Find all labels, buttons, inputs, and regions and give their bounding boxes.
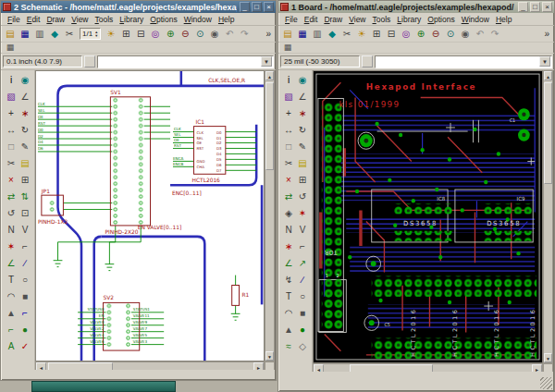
wire-icon[interactable]: ∕ — [18, 255, 32, 272]
pinswap-icon[interactable]: ⇄ — [5, 189, 18, 205]
print-icon[interactable]: ▥ — [310, 27, 325, 41]
ripup-icon[interactable]: ↯ — [282, 272, 296, 288]
text-icon[interactable]: T — [5, 272, 18, 288]
move-icon[interactable]: + — [282, 105, 296, 122]
circle-icon[interactable]: ○ — [18, 272, 32, 288]
zoom-out-icon[interactable]: ⊖ — [178, 27, 192, 41]
lamp-icon[interactable]: ☀ — [104, 27, 118, 41]
menu-item[interactable]: Draw — [43, 14, 68, 25]
ratio-select[interactable]: 1/1 ▲▼ — [80, 28, 101, 40]
polygon-icon[interactable]: ▲ — [5, 305, 18, 322]
display-icon[interactable]: ▧ — [282, 89, 296, 105]
polygon-icon[interactable]: ▲ — [282, 322, 296, 338]
info-icon[interactable]: i — [5, 72, 18, 89]
change-icon[interactable]: ✎ — [18, 139, 32, 155]
display-icon[interactable]: ▧ — [5, 89, 18, 105]
maximize-button[interactable]: □ — [252, 2, 262, 12]
smash-icon[interactable]: ✶ — [5, 239, 18, 255]
value-icon[interactable]: V — [296, 222, 310, 239]
dropdown-arrow-icon[interactable]: ▼ — [539, 56, 550, 67]
paste-icon[interactable]: ▤ — [296, 155, 310, 172]
move-icon[interactable]: + — [5, 105, 18, 122]
info-icon[interactable]: i — [282, 72, 296, 89]
drop-icon[interactable]: ✂ — [62, 27, 77, 41]
menu-item[interactable]: Window — [181, 14, 215, 25]
menu-item[interactable]: Help — [493, 14, 514, 25]
titlebar[interactable]: 1 Board - /home/matt/.eagle/projects/exa… — [278, 1, 554, 13]
paste-icon[interactable]: ▤ — [18, 155, 32, 172]
scroll-up-icon[interactable]: ▲ — [265, 71, 274, 80]
miter-icon[interactable]: ⌐ — [296, 239, 310, 255]
copy-icon[interactable]: ∗ — [296, 105, 310, 122]
ratsnest-icon[interactable]: ∗ — [282, 239, 296, 255]
replace-icon[interactable]: ↺ — [5, 205, 18, 222]
minimize-button[interactable]: _ — [240, 2, 250, 12]
dropdown-arrow-icon[interactable]: ▼ — [261, 56, 272, 67]
command-input[interactable]: ▼ — [97, 55, 274, 68]
close-button[interactable]: × — [264, 2, 274, 12]
route-icon[interactable]: ↗ — [296, 255, 310, 272]
gateswap-icon[interactable]: ⇅ — [18, 189, 32, 205]
menu-item[interactable]: Tools — [370, 14, 394, 25]
undo-icon[interactable]: ↶ — [222, 27, 237, 41]
replace-icon[interactable]: ↺ — [296, 189, 310, 205]
erc-icon[interactable]: ✓ — [18, 338, 32, 355]
name-icon[interactable]: N — [282, 222, 296, 239]
zoom-fit-icon[interactable]: ◎ — [399, 27, 413, 41]
invoke-icon[interactable]: ⊡ — [18, 205, 32, 222]
menu-item[interactable]: View — [68, 14, 91, 25]
delete-icon[interactable]: × — [282, 172, 296, 189]
menu-item[interactable]: File — [282, 14, 301, 25]
rotate-icon[interactable]: ↻ — [18, 122, 32, 139]
signal-icon[interactable]: ≈ — [282, 338, 296, 355]
zoom-select-icon[interactable]: ◉ — [458, 27, 473, 41]
show-icon[interactable]: ◉ — [296, 72, 310, 89]
menu-item[interactable]: Edit — [24, 14, 43, 25]
minimize-button[interactable]: _ — [518, 2, 528, 12]
vertical-scrollbar[interactable]: ▲ ▼ — [265, 70, 275, 361]
undo-icon[interactable]: ↶ — [473, 27, 487, 41]
menu-item[interactable]: View — [346, 14, 368, 25]
arc-icon[interactable]: ◠ — [282, 305, 296, 322]
menu-item[interactable]: Tools — [92, 14, 117, 25]
zoom-select-icon[interactable]: ◉ — [207, 27, 222, 41]
open-schematic-icon[interactable]: ⊟ — [133, 27, 148, 41]
menu-item[interactable]: File — [5, 14, 23, 25]
delete-icon[interactable]: × — [5, 172, 18, 189]
smash-icon[interactable]: ✶ — [296, 205, 310, 222]
open-icon[interactable]: ▤ — [280, 27, 295, 41]
redo-icon[interactable]: ↷ — [487, 27, 502, 41]
maximize-button[interactable]: □ — [530, 2, 540, 12]
open-schematic-icon[interactable]: ⊟ — [384, 27, 399, 41]
group-icon[interactable]: □ — [5, 139, 18, 155]
vertical-scrollbar[interactable]: ▲ ▼ — [543, 70, 553, 363]
wire-icon[interactable]: ∕ — [296, 272, 310, 288]
close-button[interactable]: × — [542, 2, 552, 12]
board-canvas[interactable]: Hexapod Interface kls 01/1999 DS3658 DS3… — [313, 70, 543, 363]
lamp-icon[interactable]: ☀ — [354, 27, 369, 41]
redo-icon[interactable]: ↷ — [237, 27, 252, 41]
value-icon[interactable]: V — [18, 222, 32, 239]
zoom-redraw-icon[interactable]: ⊙ — [192, 27, 207, 41]
mark-icon[interactable]: ∠ — [296, 89, 310, 105]
menu-item[interactable]: Window — [459, 14, 492, 25]
menu-item[interactable]: Help — [216, 14, 237, 25]
print-icon[interactable]: ▥ — [32, 27, 47, 41]
scroll-up-icon[interactable]: ▲ — [544, 71, 552, 80]
save-icon[interactable]: ▦ — [295, 27, 310, 41]
menu-item[interactable]: Edit — [302, 14, 321, 25]
pinswap-icon[interactable]: ⇄ — [282, 189, 296, 205]
scroll-down-icon[interactable]: ▼ — [265, 351, 274, 361]
hole-icon[interactable]: ◇ — [296, 338, 310, 355]
open-board-icon[interactable]: ⊞ — [369, 27, 384, 41]
menu-item[interactable]: Library — [394, 14, 424, 25]
split-icon[interactable]: ∠ — [282, 255, 296, 272]
menu-item[interactable]: Library — [117, 14, 146, 25]
name-icon[interactable]: N — [5, 222, 18, 239]
scroll-down-icon[interactable]: ▼ — [544, 353, 552, 362]
rotate-icon[interactable]: ↻ — [296, 122, 310, 139]
arc-icon[interactable]: ◠ — [5, 288, 18, 305]
scrollbar-thumb[interactable] — [265, 82, 274, 170]
drop-icon[interactable]: ✂ — [339, 27, 354, 41]
command-input[interactable]: ▼ — [375, 55, 552, 68]
